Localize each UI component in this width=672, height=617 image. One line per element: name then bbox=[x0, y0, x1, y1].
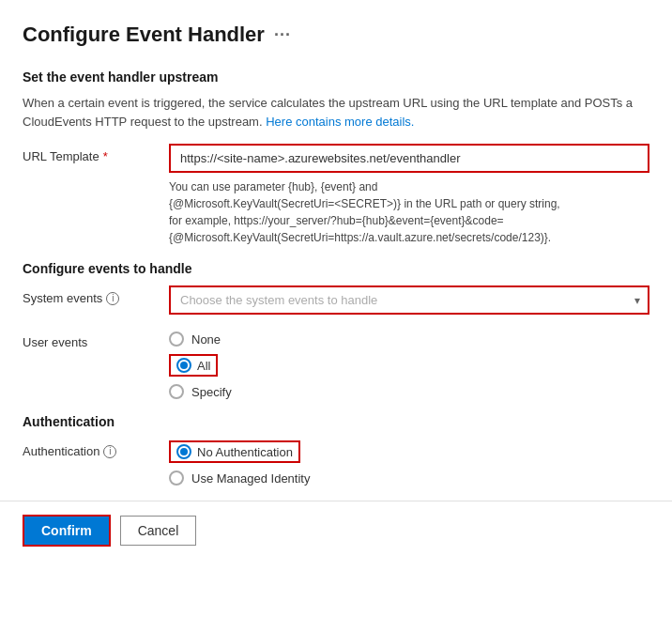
url-required-marker: * bbox=[103, 149, 108, 163]
auth-no-auth-label: No Authentication bbox=[197, 445, 293, 459]
radio-specify-circle bbox=[169, 384, 184, 399]
auth-section: Authentication Authentication i No Authe… bbox=[23, 414, 649, 486]
radio-managed-circle bbox=[169, 470, 184, 486]
user-events-all[interactable]: All bbox=[169, 354, 649, 377]
system-events-info-icon[interactable]: i bbox=[106, 292, 119, 305]
system-events-dropdown-wrap: Choose the system events to handle ▾ bbox=[169, 285, 649, 315]
upstream-section-title: Set the event handler upstream bbox=[23, 69, 649, 85]
url-template-label: URL Template * bbox=[23, 144, 154, 163]
cancel-button[interactable]: Cancel bbox=[120, 516, 197, 546]
auth-no-auth-selected-box: No Authentication bbox=[169, 440, 300, 463]
url-template-control: You can use parameter {hub}, {event} and… bbox=[169, 144, 649, 246]
upstream-link[interactable]: Here contains more details. bbox=[266, 115, 414, 129]
auth-label: Authentication i bbox=[23, 439, 154, 458]
confirm-button[interactable]: Confirm bbox=[23, 515, 111, 547]
radio-all-inner bbox=[180, 362, 188, 369]
auth-info-icon[interactable]: i bbox=[103, 445, 116, 458]
upstream-description: When a certain event is triggered, the s… bbox=[23, 94, 649, 131]
more-options-icon[interactable]: ··· bbox=[274, 25, 291, 45]
user-events-radio-group: None All Specify bbox=[169, 330, 649, 399]
radio-no-auth-inner bbox=[180, 448, 188, 455]
user-events-none[interactable]: None bbox=[169, 332, 649, 347]
user-events-specify-label: Specify bbox=[191, 385, 232, 399]
radio-all-circle bbox=[176, 358, 191, 373]
user-events-row: User events None All bbox=[23, 330, 649, 399]
url-hint: You can use parameter {hub}, {event} and… bbox=[169, 178, 649, 246]
user-events-all-label: All bbox=[197, 359, 210, 373]
auth-no-auth[interactable]: No Authentication bbox=[169, 440, 649, 463]
user-events-label: User events bbox=[23, 330, 154, 349]
user-events-specify[interactable]: Specify bbox=[169, 384, 649, 399]
system-events-dropdown[interactable]: Choose the system events to handle bbox=[169, 285, 649, 315]
page-title: Configure Event Handler bbox=[23, 23, 265, 47]
url-template-input[interactable] bbox=[169, 144, 649, 173]
upstream-section: Set the event handler upstream When a ce… bbox=[23, 69, 649, 246]
auth-options: No Authentication Use Managed Identity bbox=[169, 439, 649, 486]
events-section: Configure events to handle System events… bbox=[23, 261, 649, 399]
auth-radio-group: No Authentication Use Managed Identity bbox=[169, 439, 649, 486]
footer: Confirm Cancel bbox=[0, 501, 672, 560]
auth-section-title: Authentication bbox=[23, 414, 649, 429]
events-section-title: Configure events to handle bbox=[23, 261, 649, 276]
url-template-row: URL Template * You can use parameter {hu… bbox=[23, 144, 649, 246]
auth-managed-identity[interactable]: Use Managed Identity bbox=[169, 470, 649, 486]
user-events-options: None All Specify bbox=[169, 330, 649, 399]
system-events-row: System events i Choose the system events… bbox=[23, 285, 649, 315]
user-events-all-selected-box: All bbox=[169, 354, 218, 377]
auth-row: Authentication i No Authentication bbox=[23, 439, 649, 486]
radio-no-auth-circle bbox=[176, 444, 191, 459]
auth-managed-label: Use Managed Identity bbox=[191, 471, 310, 486]
radio-none-circle bbox=[169, 332, 184, 347]
system-events-label: System events i bbox=[23, 285, 154, 305]
user-events-none-label: None bbox=[191, 332, 221, 347]
